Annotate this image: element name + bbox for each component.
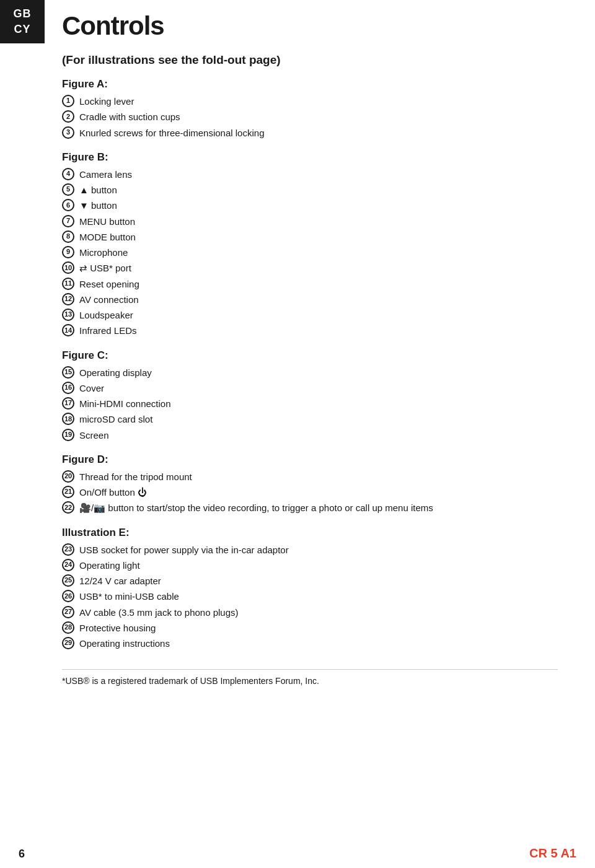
item-text: Camera lens [79,167,558,182]
item-text: On/Off button ⏻ [79,485,558,499]
list-item: 22 🎥/📷 button to start/stop the video re… [62,501,558,515]
list-item: 25 12/24 V car adapter [62,574,558,588]
country-line2: CY [14,23,30,35]
item-text: microSD card slot [79,412,558,426]
item-text: ▲ button [79,183,558,197]
list-item: 10 ⇄ USB* port [62,261,558,275]
item-num: 17 [62,397,74,410]
list-item: 9 Microphone [62,245,558,260]
list-item: 18 microSD card slot [62,412,558,426]
item-num: 24 [62,559,74,571]
item-text: Locking lever [79,94,558,108]
page-number: 6 [19,848,25,861]
item-text: 12/24 V car adapter [79,574,558,588]
illustration-e-list: 23 USB socket for power supply via the i… [62,543,558,651]
list-item: 6 ▼ button [62,198,558,213]
list-item: 13 Loudspeaker [62,308,558,322]
item-text: Loudspeaker [79,308,558,322]
figure-b-list: 4 Camera lens 5 ▲ button 6 ▼ button 7 ME… [62,167,558,338]
item-text: USB socket for power supply via the in-c… [79,543,558,557]
list-item: 24 Operating light [62,558,558,572]
list-item: 20 Thread for the tripod mount [62,470,558,484]
item-num: 29 [62,637,74,649]
illustration-e-heading: Illustration E: [62,527,558,539]
item-num: 23 [62,543,74,556]
list-item: 23 USB socket for power supply via the i… [62,543,558,557]
item-num: 1 [62,95,74,107]
bottom-bar: 6 CR 5 A1 [0,841,595,868]
item-text: MENU button [79,214,558,229]
item-text: Cover [79,381,558,395]
item-num: 22 [62,501,74,514]
item-num: 2 [62,110,74,123]
item-text: Mini-HDMI connection [79,397,558,411]
item-text: AV cable (3.5 mm jack to phono plugs) [79,605,558,620]
item-text: Infrared LEDs [79,323,558,338]
item-num: 11 [62,278,74,290]
item-num: 12 [62,293,74,305]
list-item: 5 ▲ button [62,183,558,197]
item-num: 4 [62,168,74,180]
item-num: 7 [62,215,74,227]
item-num: 27 [62,606,74,618]
item-text: Cradle with suction cups [79,110,558,124]
figure-c-heading: Figure C: [62,349,558,362]
item-text: AV connection [79,292,558,307]
item-num: 26 [62,590,74,602]
list-item: 4 Camera lens [62,167,558,182]
item-text: Microphone [79,245,558,260]
item-num: 13 [62,309,74,321]
item-num: 3 [62,126,74,139]
item-num: 20 [62,470,74,483]
list-item: 28 Protective housing [62,621,558,635]
figure-d-list: 20 Thread for the tripod mount 21 On/Off… [62,470,558,515]
list-item: 15 Operating display [62,366,558,380]
list-item: 21 On/Off button ⏻ [62,485,558,499]
item-text: 🎥/📷 button to start/stop the video recor… [79,501,558,515]
item-num: 16 [62,382,74,394]
item-num: 28 [62,621,74,634]
figure-a-heading: Figure A: [62,78,558,90]
item-num: 8 [62,230,74,243]
item-text: Operating instructions [79,636,558,651]
item-text: ⇄ USB* port [79,261,558,275]
item-text: Operating display [79,366,558,380]
item-num: 15 [62,366,74,379]
item-text: Reset opening [79,277,558,291]
list-item: 8 MODE button [62,230,558,244]
footnote: *USB® is a registered trademark of USB I… [62,669,558,686]
list-item: 7 MENU button [62,214,558,229]
list-item: 16 Cover [62,381,558,395]
list-item: 11 Reset opening [62,277,558,291]
list-item: 14 Infrared LEDs [62,323,558,338]
item-text: ▼ button [79,198,558,213]
item-num: 9 [62,246,74,258]
item-num: 18 [62,413,74,425]
item-num: 6 [62,199,74,211]
list-item: 12 AV connection [62,292,558,307]
figure-d-heading: Figure D: [62,454,558,466]
list-item: 26 USB* to mini-USB cable [62,589,558,603]
item-text: USB* to mini-USB cable [79,589,558,603]
item-num: 10 [62,261,74,274]
page-title: Controls [62,11,558,41]
item-text: Protective housing [79,621,558,635]
item-text: Knurled screws for three-dimensional loc… [79,126,558,140]
figure-a-list: 1 Locking lever 2 Cradle with suction cu… [62,94,558,140]
item-num: 14 [62,324,74,336]
main-content: Controls (For illustrations see the fold… [62,0,595,723]
list-item: 17 Mini-HDMI connection [62,397,558,411]
page: GB CY Controls (For illustrations see th… [0,0,595,868]
item-num: 21 [62,486,74,498]
figure-c-list: 15 Operating display 16 Cover 17 Mini-HD… [62,366,558,442]
item-text: Operating light [79,558,558,572]
model-number: CR 5 A1 [529,846,576,861]
list-item: 1 Locking lever [62,94,558,108]
item-text: Thread for the tripod mount [79,470,558,484]
country-badge: GB CY [0,0,45,43]
figure-b-heading: Figure B: [62,151,558,164]
item-num: 25 [62,574,74,587]
list-item: 29 Operating instructions [62,636,558,651]
list-item: 3 Knurled screws for three-dimensional l… [62,126,558,140]
item-num: 19 [62,429,74,441]
